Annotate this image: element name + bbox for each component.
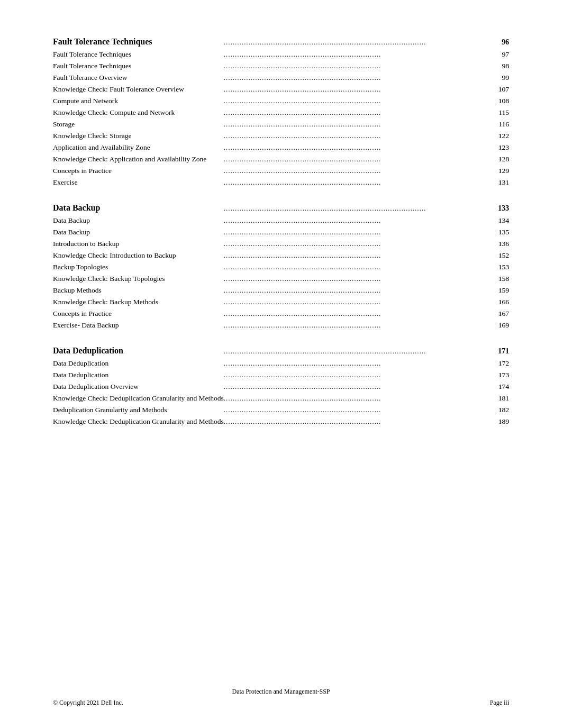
toc-item-title: Knowledge Check: Deduplication Granulari… <box>53 393 224 404</box>
toc-item-dots: ........................................… <box>224 60 498 72</box>
toc-item-title: Compute and Network <box>53 95 224 107</box>
toc-item-title: Knowledge Check: Backup Methods <box>53 296 224 308</box>
toc-item-title: Knowledge Check: Storage <box>53 130 224 142</box>
toc-item-dots: ........................................… <box>224 84 498 95</box>
toc-item-dots: ........................................… <box>224 358 498 369</box>
toc-section-page: 96 <box>498 32 509 49</box>
toc-item-row: Compute and Network.....................… <box>53 95 509 107</box>
toc-item-page: 128 <box>498 153 509 165</box>
toc-item-title: Concepts in Practice <box>53 165 224 177</box>
toc-item-row: Data Deduplication......................… <box>53 358 509 369</box>
toc-item-page: 189 <box>498 416 509 427</box>
toc-item-title: Fault Tolerance Techniques <box>53 60 224 72</box>
toc-item-page: 116 <box>498 119 509 130</box>
toc-item-row: Deduplication Granularity and Methods...… <box>53 404 509 416</box>
toc-item-row: Application and Availability Zone.......… <box>53 142 509 153</box>
toc-item-title: Knowledge Check: Compute and Network <box>53 107 224 119</box>
toc-section-title: Fault Tolerance Techniques <box>53 32 224 49</box>
toc-item-dots: ........................................… <box>224 165 498 177</box>
toc-item-page: 115 <box>498 107 509 119</box>
toc-item-page: 108 <box>498 95 509 107</box>
toc-item-row: Fault Tolerance Overview................… <box>53 72 509 84</box>
toc-section-row: Data Deduplication......................… <box>53 341 509 358</box>
toc-item-page: 167 <box>498 308 509 320</box>
toc-item-page: 169 <box>498 320 509 331</box>
toc-item-page: 181 <box>498 393 509 404</box>
toc-item-title: Knowledge Check: Deduplication Granulari… <box>53 416 224 427</box>
toc-section-row: Data Backup.............................… <box>53 198 509 215</box>
toc-item-page: 153 <box>498 261 509 273</box>
toc-item-page: 129 <box>498 165 509 177</box>
toc-item-title: Fault Tolerance Overview <box>53 72 224 84</box>
toc-item-title: Storage <box>53 119 224 130</box>
toc-item-page: 97 <box>498 49 509 60</box>
toc-item-page: 107 <box>498 84 509 95</box>
toc-item-dots: ........................................… <box>224 142 498 153</box>
toc-item-page: 173 <box>498 369 509 381</box>
toc-item-page: 135 <box>498 226 509 238</box>
toc-item-title: Deduplication Granularity and Methods <box>53 404 224 416</box>
toc-item-dots: ........................................… <box>224 72 498 84</box>
toc-item-title: Data Deduplication <box>53 358 224 369</box>
toc-item-page: 172 <box>498 358 509 369</box>
toc-item-dots: ........................................… <box>224 381 498 393</box>
toc-item-page: 131 <box>498 177 509 188</box>
toc-item-title: Knowledge Check: Introduction to Backup <box>53 250 224 261</box>
footer: Data Protection and Management-SSP © Cop… <box>0 688 562 707</box>
toc-item-row: Knowledge Check: Deduplication Granulari… <box>53 393 509 404</box>
toc-table: Fault Tolerance Techniques..............… <box>53 32 509 427</box>
toc-item-row: Concepts in Practice....................… <box>53 165 509 177</box>
toc-item-dots: ........................................… <box>224 261 498 273</box>
footer-page: Page iii <box>490 699 509 707</box>
toc-item-page: 123 <box>498 142 509 153</box>
toc-item-title: Fault Tolerance Techniques <box>53 49 224 60</box>
toc-item-row: Backup Methods..........................… <box>53 285 509 296</box>
toc-item-title: Exercise- Data Backup <box>53 320 224 331</box>
toc-item-title: Introduction to Backup <box>53 238 224 250</box>
toc-item-dots: ........................................… <box>224 95 498 107</box>
toc-item-row: Storage.................................… <box>53 119 509 130</box>
toc-item-row: Backup Topologies.......................… <box>53 261 509 273</box>
toc-item-title: Knowledge Check: Backup Topologies <box>53 273 224 285</box>
toc-item-title: Concepts in Practice <box>53 308 224 320</box>
toc-section-dots: ........................................… <box>224 32 498 49</box>
toc-item-row: Knowledge Check: Application and Availab… <box>53 153 509 165</box>
toc-item-page: 158 <box>498 273 509 285</box>
toc-item-dots: ........................................… <box>224 404 498 416</box>
toc-item-title: Exercise <box>53 177 224 188</box>
toc-item-dots: ........................................… <box>224 130 498 142</box>
toc-section-page: 133 <box>498 198 509 215</box>
toc-item-title: Data Deduplication <box>53 369 224 381</box>
toc-section-dots: ........................................… <box>224 341 498 358</box>
toc-item-title: Application and Availability Zone <box>53 142 224 153</box>
toc-item-dots: ........................................… <box>224 296 498 308</box>
toc-item-dots: ........................................… <box>224 119 498 130</box>
toc-item-dots: ........................................… <box>224 49 498 60</box>
toc-item-row: Knowledge Check: Fault Tolerance Overvie… <box>53 84 509 95</box>
toc-item-row: Knowledge Check: Backup Topologies......… <box>53 273 509 285</box>
toc-item-dots: ........................................… <box>224 107 498 119</box>
toc-item-row: Exercise- Data Backup...................… <box>53 320 509 331</box>
toc-section-dots: ........................................… <box>224 198 498 215</box>
toc-item-dots: ........................................… <box>224 226 498 238</box>
toc-section-page: 171 <box>498 341 509 358</box>
toc-item-title: Data Deduplication Overview <box>53 381 224 393</box>
toc-item-row: Knowledge Check: Backup Methods.........… <box>53 296 509 308</box>
footer-center-text: Data Protection and Management-SSP <box>53 688 509 696</box>
toc-item-dots: ........................................… <box>224 215 498 226</box>
toc-item-dots: ........................................… <box>224 273 498 285</box>
toc-item-row: Data Backup.............................… <box>53 226 509 238</box>
toc-item-dots: ........................................… <box>224 416 498 427</box>
toc-item-row: Knowledge Check: Compute and Network....… <box>53 107 509 119</box>
toc-item-row: Fault Tolerance Techniques..............… <box>53 49 509 60</box>
toc-item-row: Exercise................................… <box>53 177 509 188</box>
toc-item-page: 98 <box>498 60 509 72</box>
toc-item-page: 122 <box>498 130 509 142</box>
toc-item-row: Data Backup.............................… <box>53 215 509 226</box>
toc-item-title: Knowledge Check: Application and Availab… <box>53 153 224 165</box>
toc-item-dots: ........................................… <box>224 320 498 331</box>
toc-item-dots: ........................................… <box>224 285 498 296</box>
toc-section-title: Data Backup <box>53 198 224 215</box>
toc-item-row: Knowledge Check: Deduplication Granulari… <box>53 416 509 427</box>
toc-item-dots: ........................................… <box>224 393 498 404</box>
